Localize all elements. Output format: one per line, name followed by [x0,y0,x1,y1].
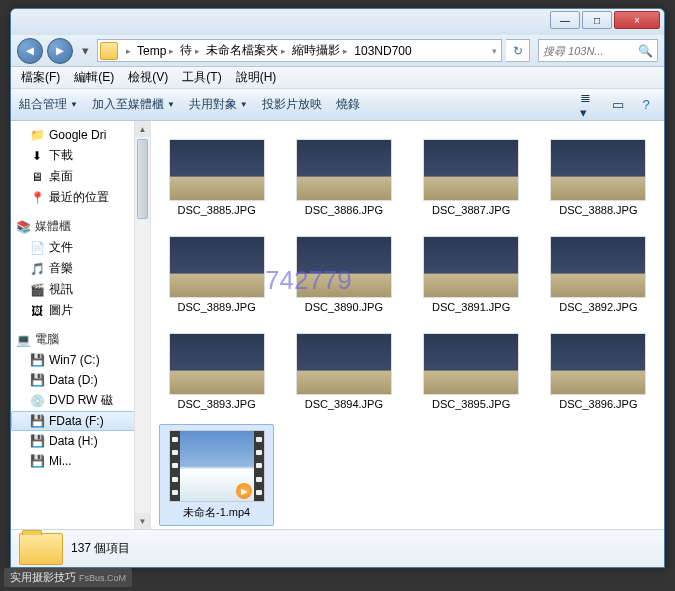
sidebar-item-drive-c[interactable]: 💾Win7 (C:) [11,350,150,370]
sidebar-header-computer[interactable]: 💻電腦 [11,329,150,350]
help-button[interactable]: ? [636,95,656,115]
forward-button[interactable]: ► [47,38,73,64]
file-item[interactable]: DSC_3890.JPG [286,230,401,319]
scroll-thumb[interactable] [137,139,148,219]
folder-icon [19,533,63,565]
breadcrumb-item[interactable]: 待▸ [177,40,203,61]
sidebar-item-downloads[interactable]: ⬇下載 [11,145,150,166]
sidebar: 📁Google Dri ⬇下載 🖥桌面 📍最近的位置 📚媒體櫃 📄文件 🎵音樂 … [11,121,151,529]
back-button[interactable]: ◄ [17,38,43,64]
file-grid[interactable]: DSC_3885.JPGDSC_3886.JPGDSC_3887.JPGDSC_… [151,121,664,529]
videos-icon: 🎬 [29,282,45,298]
file-item[interactable]: DSC_3894.JPG [286,327,401,416]
folder-icon [100,42,118,60]
thumbnail-image [550,333,646,395]
sidebar-item-googledrive[interactable]: 📁Google Dri [11,125,150,145]
file-item[interactable]: DSC_3887.JPG [414,133,529,222]
file-item[interactable]: DSC_3893.JPG [159,327,274,416]
menu-help[interactable]: 說明(H) [230,67,283,88]
refresh-button[interactable]: ↻ [506,39,530,62]
disk-icon: 💾 [29,352,45,368]
sidebar-item-videos[interactable]: 🎬視訊 [11,279,150,300]
play-icon: ▶ [236,483,252,499]
search-box[interactable]: 🔍 [538,39,658,62]
file-label: DSC_3891.JPG [432,301,510,313]
pictures-icon: 🖼 [29,303,45,319]
sidebar-item-drive-f[interactable]: 💾FData (F:) [11,411,150,431]
breadcrumb-item[interactable]: ▸ [120,40,134,61]
maximize-button[interactable]: □ [582,11,612,29]
breadcrumb-item[interactable]: Temp▸ [134,40,177,61]
download-icon: ⬇ [29,148,45,164]
menu-view[interactable]: 檢視(V) [122,67,174,88]
breadcrumb-item[interactable]: 103ND700 [351,40,414,61]
file-label: DSC_3888.JPG [559,204,637,216]
thumbnail-image [550,139,646,201]
menu-tools[interactable]: 工具(T) [176,67,227,88]
menu-edit[interactable]: 編輯(E) [68,67,120,88]
tool-slideshow[interactable]: 投影片放映 [262,96,322,113]
sidebar-item-dvd[interactable]: 💿DVD RW 磁 [11,390,150,411]
music-icon: 🎵 [29,261,45,277]
sidebar-item-music[interactable]: 🎵音樂 [11,258,150,279]
sidebar-item-desktop[interactable]: 🖥桌面 [11,166,150,187]
disk-icon: 💾 [29,413,45,429]
thumbnail-image [296,236,392,298]
sidebar-item-documents[interactable]: 📄文件 [11,237,150,258]
sidebar-item-drive-h[interactable]: 💾Data (H:) [11,431,150,451]
sidebar-item-more[interactable]: 💾Mi... [11,451,150,471]
file-label: DSC_3894.JPG [305,398,383,410]
menu-file[interactable]: 檔案(F) [15,67,66,88]
file-item[interactable]: DSC_3888.JPG [541,133,656,222]
scroll-up-button[interactable]: ▲ [135,121,150,137]
file-item[interactable]: DSC_3892.JPG [541,230,656,319]
tool-burn[interactable]: 燒錄 [336,96,360,113]
close-button[interactable]: × [614,11,660,29]
breadcrumb[interactable]: ▸ Temp▸ 待▸ 未命名檔案夾▸ 縮時攝影▸ 103ND700 ▾ [97,39,502,62]
file-label: DSC_3887.JPG [432,204,510,216]
view-options-button[interactable]: ≣ ▾ [580,95,600,115]
file-label: DSC_3893.JPG [177,398,255,410]
minimize-button[interactable]: — [550,11,580,29]
dvd-icon: 💿 [29,393,45,409]
tool-organize[interactable]: 組合管理▼ [19,96,78,113]
toolbar: 組合管理▼ 加入至媒體櫃▼ 共用對象▼ 投影片放映 燒錄 ≣ ▾ ▭ ? [11,89,664,121]
file-item[interactable]: DSC_3886.JPG [286,133,401,222]
file-item[interactable]: DSC_3895.JPG [414,327,529,416]
file-label: DSC_3895.JPG [432,398,510,410]
file-item[interactable]: DSC_3885.JPG [159,133,274,222]
file-label: DSC_3889.JPG [177,301,255,313]
file-item[interactable]: DSC_3896.JPG [541,327,656,416]
sidebar-item-pictures[interactable]: 🖼圖片 [11,300,150,321]
search-icon: 🔍 [638,44,653,58]
thumbnail-video: ▶ [169,430,265,502]
breadcrumb-item[interactable]: 未命名檔案夾▸ [203,40,289,61]
sidebar-item-recent[interactable]: 📍最近的位置 [11,187,150,208]
history-dropdown[interactable]: ▾ [77,38,93,64]
explorer-window: — □ × ◄ ► ▾ ▸ Temp▸ 待▸ 未命名檔案夾▸ 縮時攝影▸ 103… [10,8,665,568]
file-label: DSC_3886.JPG [305,204,383,216]
file-label: DSC_3892.JPG [559,301,637,313]
sidebar-item-drive-d[interactable]: 💾Data (D:) [11,370,150,390]
breadcrumb-item[interactable]: 縮時攝影▸ [289,40,351,61]
tool-library[interactable]: 加入至媒體櫃▼ [92,96,175,113]
breadcrumb-dropdown[interactable]: ▾ [488,46,501,56]
thumbnail-image [550,236,646,298]
file-label: DSC_3896.JPG [559,398,637,410]
preview-pane-button[interactable]: ▭ [608,95,628,115]
drive-icon: 📁 [29,127,45,143]
address-bar: ◄ ► ▾ ▸ Temp▸ 待▸ 未命名檔案夾▸ 縮時攝影▸ 103ND700 … [11,35,664,67]
file-item[interactable]: DSC_3889.JPG [159,230,274,319]
thumbnail-image [169,236,265,298]
scroll-down-button[interactable]: ▼ [135,513,150,529]
sidebar-scrollbar[interactable]: ▲ ▼ [134,121,150,529]
disk-icon: 💾 [29,453,45,469]
disk-icon: 💾 [29,433,45,449]
tool-share[interactable]: 共用對象▼ [189,96,248,113]
thumbnail-image [296,333,392,395]
sidebar-header-libraries[interactable]: 📚媒體櫃 [11,216,150,237]
search-input[interactable] [543,45,638,57]
file-item-video[interactable]: ▶未命名-1.mp4 [159,424,274,526]
thumbnail-image [423,333,519,395]
file-item[interactable]: DSC_3891.JPG [414,230,529,319]
